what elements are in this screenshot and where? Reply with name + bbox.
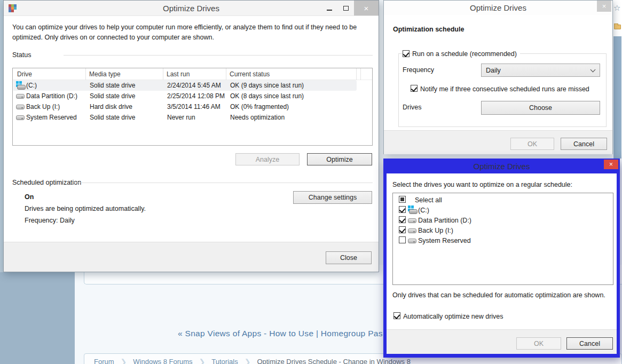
drive-icon xyxy=(408,239,416,243)
drives-table: Drive Media type Last run Current status… xyxy=(12,68,373,146)
chevron-right-icon xyxy=(199,358,206,364)
column-header-last-run[interactable]: Last run xyxy=(167,70,190,78)
table-row-data-partition[interactable]: Data Partition (D:) Solid state drive 2/… xyxy=(13,91,357,101)
cell-media-type: Solid state drive xyxy=(90,82,135,89)
maximize-icon[interactable] xyxy=(337,1,354,15)
drive-icon xyxy=(408,218,416,223)
chevron-right-icon xyxy=(121,358,127,364)
cell-last-run: 3/5/2014 11:46 AM xyxy=(167,103,221,110)
cell-drive: Data Partition (D:) xyxy=(26,92,77,100)
schedule-dialog-title: Optimize Drives xyxy=(470,3,526,12)
cell-current-status: OK (8 days since last run) xyxy=(230,92,304,100)
auto-optimize-checkbox[interactable] xyxy=(393,312,400,319)
run-on-schedule-checkbox[interactable] xyxy=(403,50,410,57)
choose-drives-button[interactable]: Choose xyxy=(481,101,600,115)
cell-last-run: 2/24/2014 5:45 AM xyxy=(167,82,221,89)
cell-drive: System Reserved xyxy=(26,114,77,121)
prev-next-tutorial-links[interactable]: « Snap Views of Apps - How to Use | Home… xyxy=(178,329,383,338)
column-header-media-type[interactable]: Media type xyxy=(89,70,121,78)
drives-checkbox-list: Select all (C:) Data Partition (D:) Back… xyxy=(392,193,613,285)
breadcrumb-item-windows8-forums[interactable]: Windows 8 Forums xyxy=(133,358,192,364)
select-drives-prompt: Select the drives you want to optimize o… xyxy=(392,181,572,188)
breadcrumb-item-tutorials[interactable]: Tutorials xyxy=(211,358,238,364)
defrag-app-icon xyxy=(8,4,17,12)
system-drive-icon xyxy=(16,81,25,90)
table-row-c-drive[interactable]: (C:) Solid state drive 2/24/2014 5:45 AM… xyxy=(13,80,357,91)
system-reserved-checkbox[interactable] xyxy=(399,236,406,243)
close-icon[interactable]: × xyxy=(604,160,618,169)
cancel-button[interactable]: Cancel xyxy=(561,138,607,150)
cancel-button[interactable]: Cancel xyxy=(566,337,613,350)
list-item-data-partition[interactable]: Data Partition (D:) xyxy=(393,216,612,226)
cell-last-run: 2/25/2014 12:08 PM xyxy=(167,92,225,100)
close-icon[interactable]: × xyxy=(597,1,611,12)
list-item-label: Back Up (I:) xyxy=(418,227,453,234)
cell-media-type: Solid state drive xyxy=(90,114,135,121)
schedule-dialog-footer: OK Cancel xyxy=(384,130,612,154)
optimization-schedule-heading: Optimization schedule xyxy=(393,26,464,33)
status-section-label: Status xyxy=(12,51,31,59)
auto-optimize-label[interactable]: Automatically optimize new drives xyxy=(403,313,503,320)
only-drives-note: Only drives that can be scheduled for au… xyxy=(392,291,605,299)
analyze-button[interactable]: Analyze xyxy=(235,153,300,165)
table-row-back-up[interactable]: Back Up (I:) Hard disk drive 3/5/2014 11… xyxy=(13,101,357,112)
drives-table-header[interactable]: Drive Media type Last run Current status xyxy=(13,68,372,80)
frequency-dropdown[interactable]: Daily xyxy=(481,64,600,77)
list-item-label: (C:) xyxy=(418,207,429,214)
page-scrollbar[interactable] xyxy=(613,36,621,159)
breadcrumb-item-current-page: Optimize Drives Schedule - Change in Win… xyxy=(257,358,411,364)
optimize-drives-window: Optimize Drives × You can optimize your … xyxy=(3,0,379,272)
list-item-label: System Reserved xyxy=(418,237,471,244)
column-header-current-status[interactable]: Current status xyxy=(230,70,270,78)
column-header-drive[interactable]: Drive xyxy=(17,70,32,78)
frequency-label: Frequency xyxy=(403,66,434,74)
scheduled-optimization-label: Scheduled optimization xyxy=(12,179,81,186)
list-item-label: Select all xyxy=(415,196,442,204)
c-drive-checkbox[interactable] xyxy=(399,206,406,213)
table-row-system-reserved[interactable]: System Reserved Solid state drive Never … xyxy=(13,112,357,123)
change-settings-button[interactable]: Change settings xyxy=(293,191,372,204)
cell-media-type: Hard disk drive xyxy=(90,103,132,110)
status-divider xyxy=(64,55,373,56)
drive-icon xyxy=(16,105,25,109)
back-up-checkbox[interactable] xyxy=(399,226,406,233)
list-item-c-drive[interactable]: (C:) xyxy=(393,205,612,216)
schedule-dialog-titlebar[interactable]: Optimize Drives xyxy=(384,1,612,15)
schedule-frequency: Frequency: Daily xyxy=(25,217,75,224)
breadcrumb-item-forum[interactable]: Forum xyxy=(94,358,114,364)
select-all-checkbox[interactable] xyxy=(399,196,406,203)
schedule-description: Drives are being optimized automatically… xyxy=(25,205,146,212)
drives-dialog-title[interactable]: Optimize Drives xyxy=(383,162,620,171)
run-on-schedule-label[interactable]: Run on a schedule (recommended) xyxy=(412,50,520,58)
minimize-icon[interactable] xyxy=(321,1,337,15)
list-item-back-up[interactable]: Back Up (I:) xyxy=(393,226,612,236)
list-item-system-reserved[interactable]: System Reserved xyxy=(393,236,612,246)
cell-last-run: Never run xyxy=(167,114,195,121)
close-icon[interactable]: × xyxy=(354,1,379,15)
cell-drive: (C:) xyxy=(26,82,37,89)
chevron-down-icon xyxy=(590,67,596,73)
ok-button[interactable]: OK xyxy=(516,337,561,350)
optimization-schedule-dialog: Optimize Drives × Optimization schedule … xyxy=(383,0,613,154)
scheduled-divider xyxy=(73,183,373,183)
window-description: You can optimize your drives to help you… xyxy=(12,22,358,43)
drive-icon xyxy=(16,94,25,99)
notify-checkbox[interactable] xyxy=(411,85,418,92)
cell-current-status: Needs optimization xyxy=(230,114,285,121)
close-button[interactable]: Close xyxy=(326,251,372,264)
chevron-right-icon xyxy=(245,358,251,364)
data-partition-checkbox[interactable] xyxy=(399,216,406,223)
screen: « Snap Views of Apps - How to Use | Home… xyxy=(0,0,622,364)
list-item-select-all[interactable]: Select all xyxy=(393,195,612,205)
favorites-star-icon[interactable]: ☆ xyxy=(613,3,620,13)
optimize-button[interactable]: Optimize xyxy=(307,153,372,165)
ok-button[interactable]: OK xyxy=(510,138,554,150)
cell-drive: Back Up (I:) xyxy=(26,103,60,110)
folder-icon[interactable] xyxy=(614,25,621,29)
notify-label[interactable]: Notify me if three consecutive scheduled… xyxy=(420,85,589,93)
drive-icon xyxy=(408,228,416,233)
frequency-selected-value: Daily xyxy=(486,67,501,74)
cell-current-status: OK (0% fragmented) xyxy=(230,103,289,110)
drive-icon xyxy=(16,115,25,120)
system-drive-icon xyxy=(408,205,417,214)
